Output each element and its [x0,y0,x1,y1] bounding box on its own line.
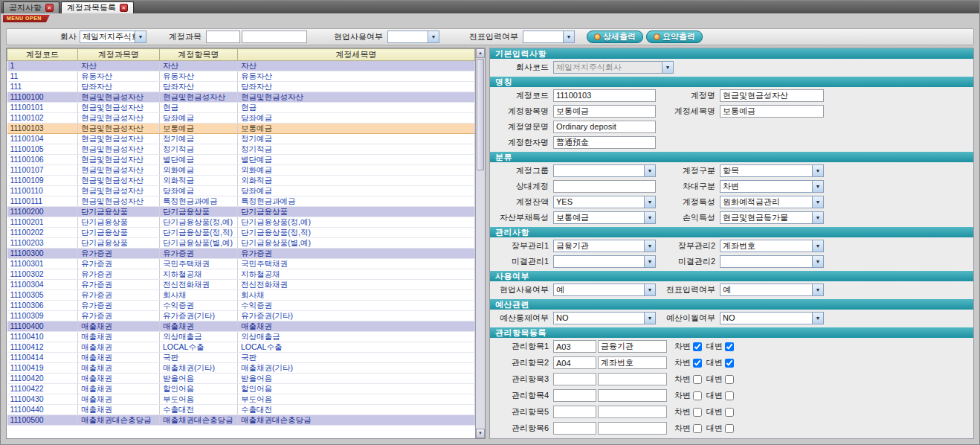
mgmt-item-code-input[interactable] [553,389,596,402]
dc-type-select[interactable]: 차변 ▼ [720,180,824,193]
mgmt-item-name-input[interactable] [598,373,667,385]
detail-name-input[interactable] [720,105,824,118]
tab-close-icon[interactable]: ✕ [120,4,128,12]
mgmt-item-code-input[interactable] [553,373,596,385]
pending1-select[interactable]: ▼ [553,255,656,268]
table-row[interactable]: 111당좌자산당좌자산당좌자산 [7,82,475,92]
company-select[interactable]: 제일저지주식회사 ▼ [80,31,146,43]
field-use-select[interactable]: 예 ▼ [553,284,656,296]
table-row[interactable]: 11100430매출채권부도어음부도어음 [7,394,475,405]
table-row[interactable]: 11100305유가증권회사채회사채 [7,290,475,301]
table-row[interactable]: 11100410매출채권외상매출금외상매출금 [7,332,475,342]
asset-characteristic-select[interactable]: 보통예금 ▼ [553,211,656,224]
table-row[interactable]: 11100105현금및현금성자산정기적금정기적금 [7,144,475,155]
ledger1-select[interactable]: 금융기관 ▼ [553,240,656,252]
tab-close-icon[interactable]: ✕ [45,4,54,12]
credit-checkbox[interactable] [725,424,734,433]
col-header-detail[interactable]: 계정세목명 [238,49,475,61]
field-use-filter-select[interactable]: ▼ [387,31,439,43]
table-row[interactable]: 11100412매출채권LOCAL수출LOCAL수출 [7,342,475,353]
table-row[interactable]: 11100107현금및현금성자산외화예금외화예금 [7,165,475,176]
english-name-input[interactable] [553,121,656,133]
credit-checkbox[interactable] [725,391,734,400]
mgmt-item-code-input[interactable] [553,356,596,369]
pl-characteristic-select[interactable]: 현금및현금등가물 ▼ [720,211,824,224]
item-name-input[interactable] [553,105,656,118]
table-row[interactable]: 11100103현금및현금성자산보통예금보통예금 [7,124,475,134]
debit-checkbox[interactable] [693,359,702,368]
table-row[interactable]: 11100304유가증권전신전화채권전신전화채권 [7,280,475,290]
table-row[interactable]: 11100200단기금융상품단기금융상품단기금융상품 [7,207,475,217]
detail-print-button[interactable]: 상세출력 [587,31,643,43]
debit-checkbox[interactable] [693,342,702,351]
ledger2-select[interactable]: 계좌번호 ▼ [720,240,824,252]
table-row[interactable]: 11100306유가증권수익증권수익증권 [7,301,475,311]
debit-checkbox[interactable] [693,424,702,433]
table-row[interactable]: 11100422매출채권할인어음할인어음 [7,384,475,394]
mgmt-item-name-input[interactable] [598,422,667,435]
credit-checkbox[interactable] [725,375,734,384]
table-row[interactable]: 11100102현금및현금성자산당좌예금당좌예금 [7,113,475,124]
table-row[interactable]: 11100309유가증권유가증권(기타)유가증권(기타) [7,311,475,321]
table-row[interactable]: 11100104현금및현금성자산정기예금정기예금 [7,134,475,144]
table-row[interactable]: 11100400매출채권매출채권매출채권 [7,321,475,332]
balance-select[interactable]: YES ▼ [553,196,656,208]
budget-control-select[interactable]: NO ▼ [553,312,656,324]
pending2-select[interactable]: ▼ [720,255,824,268]
table-row[interactable]: 11100302유가증권지하철공채지하철공채 [7,269,475,280]
table-row[interactable]: 11100440매출채권수출대전수출대전 [7,405,475,415]
counter-account-input[interactable] [553,180,656,193]
table-row[interactable]: 11100202단기금융상품단기금융상품(정,적)단기금융상품(정,적) [7,228,475,238]
mgmt-item-name-input[interactable] [598,356,667,369]
mgmt-item-name-input[interactable] [598,406,667,418]
scrollbar-track[interactable] [476,171,485,429]
debit-checkbox[interactable] [693,375,702,384]
tab-account-registration[interactable]: 계정과목등록 ✕ [61,1,134,13]
table-row[interactable]: 11100111현금및현금성자산특정현금과예금특정현금과예금 [7,196,475,207]
mgmt-item-code-input[interactable] [553,340,596,353]
summary-print-button[interactable]: 요약출력 [646,31,703,43]
credit-checkbox[interactable] [725,408,734,417]
table-row[interactable]: 11100110현금및현금성자산당좌예금당좌예금 [7,186,475,196]
scroll-down-icon[interactable]: ▼ [476,429,485,438]
scrollbar-thumb[interactable] [477,59,484,170]
scroll-up-icon[interactable]: ▲ [476,48,485,58]
table-row[interactable]: 11100300유가증권유가증권유가증권 [7,249,475,259]
account-code-filter-input[interactable] [206,31,240,43]
debit-checkbox[interactable] [693,408,702,417]
account-code-input[interactable] [553,89,656,102]
table-row[interactable]: 11유동자산유동자산유동자산 [7,71,475,82]
table-row[interactable]: 11100109현금및현금성자산외화적금외화적금 [7,176,475,186]
table-row[interactable]: 11100500매출채권대손충당금매출채권대손충당금매출채권대손충당금 [7,415,475,426]
menu-open-button[interactable]: MENU OPEN [3,15,50,22]
vertical-scrollbar[interactable]: ▲ ▼ [475,48,485,438]
col-header-name[interactable]: 계정과목명 [78,49,160,61]
characteristic-select[interactable]: 원화예적금관리 ▼ [720,196,824,208]
col-header-item[interactable]: 계정항목명 [160,49,238,61]
table-row[interactable]: 11100203단기금융상품단기금융상품(별,예)단기금융상품(별,예) [7,238,475,249]
mgmt-item-name-input[interactable] [598,389,667,402]
account-name-input[interactable] [720,89,824,102]
table-row[interactable]: 11100414매출채권국판국판 [7,353,475,363]
hanja-name-input[interactable] [553,136,656,149]
table-row[interactable]: 11100201단기금융상품단기금융상품(정,예)단기금융상품(정,예) [7,217,475,228]
credit-checkbox[interactable] [725,359,734,368]
mgmt-item-name-input[interactable] [598,340,667,353]
col-header-code[interactable]: 계정코드 [7,49,78,61]
account-group-select[interactable]: ▼ [553,164,656,177]
mgmt-item-code-input[interactable] [553,422,596,435]
voucher-filter-select[interactable]: ▼ [523,31,575,43]
table-row[interactable]: 11100420매출채권받을어음받을어음 [7,374,475,384]
debit-checkbox[interactable] [693,391,702,400]
table-row[interactable]: 11100106현금및현금성자산별단예금별단예금 [7,155,475,165]
tab-notice[interactable]: 공지사항 ✕ [3,1,59,13]
voucher-use-select[interactable]: 예 ▼ [720,284,824,296]
credit-checkbox[interactable] [725,342,734,351]
table-row[interactable]: 11100419매출채권매출채권(기타)매출채권(기타) [7,363,475,374]
table-row[interactable]: 11100101현금및현금성자산현금현금 [7,103,475,113]
table-row[interactable]: 11100301유가증권국민주택채권국민주택채권 [7,259,475,269]
account-type-select[interactable]: 항목 ▼ [720,164,824,177]
table-row[interactable]: 11100100현금및현금성자산현금및현금성자산현금및현금성자산 [7,92,475,103]
table-row[interactable]: 1자산자산자산 [7,61,475,71]
budget-carryover-select[interactable]: NO ▼ [720,312,824,324]
